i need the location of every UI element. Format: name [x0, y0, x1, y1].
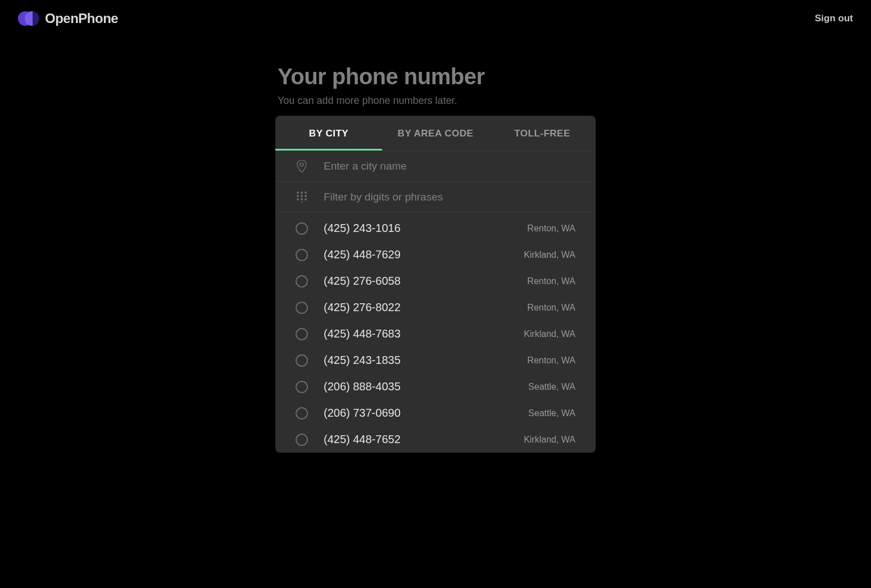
location-label: Renton, WA: [527, 303, 575, 313]
tab-toll-free[interactable]: TOLL-FREE: [489, 116, 596, 151]
svg-point-8: [305, 198, 307, 200]
location-label: Seattle, WA: [528, 408, 575, 418]
phone-number-label: (425) 276-6058: [324, 275, 527, 288]
city-input[interactable]: [324, 160, 575, 172]
tab-by-area-code[interactable]: BY AREA CODE: [382, 116, 489, 151]
svg-point-3: [297, 195, 299, 197]
radio-icon: [296, 328, 308, 340]
radio-icon: [296, 434, 308, 446]
location-label: Renton, WA: [527, 224, 575, 234]
svg-point-4: [301, 195, 303, 197]
phone-number-label: (425) 243-1835: [324, 354, 527, 367]
phone-number-label: (425) 448-7629: [324, 248, 524, 261]
filter-input-row: [275, 182, 596, 213]
number-option[interactable]: (425) 448-7629 Kirkland, WA: [275, 241, 596, 268]
number-picker-card: BY CITY BY AREA CODE TOLL-FREE: [275, 116, 596, 453]
number-option[interactable]: (425) 448-7652 Kirkland, WA: [275, 426, 596, 453]
svg-point-7: [301, 198, 303, 200]
location-label: Kirkland, WA: [524, 250, 575, 260]
number-option[interactable]: (425) 243-1016 Renton, WA: [275, 215, 596, 241]
radio-icon: [296, 222, 308, 235]
radio-icon: [296, 275, 308, 288]
svg-point-6: [297, 198, 299, 200]
number-list: (425) 243-1016 Renton, WA (425) 448-7629…: [275, 213, 596, 453]
logo-icon: [18, 10, 39, 27]
number-option[interactable]: (425) 448-7683 Kirkland, WA: [275, 321, 596, 347]
number-option[interactable]: (206) 737-0690 Seattle, WA: [275, 400, 596, 426]
phone-number-label: (425) 276-8022: [324, 301, 527, 314]
radio-icon: [296, 381, 308, 393]
radio-icon: [296, 249, 308, 261]
logo[interactable]: OpenPhone: [18, 10, 118, 27]
svg-point-0: [297, 192, 299, 194]
page-title: Your phone number: [278, 64, 596, 89]
svg-point-9: [301, 202, 303, 203]
location-pin-icon: [296, 160, 308, 172]
svg-point-5: [305, 195, 307, 197]
main-content: Your phone number You can add more phone…: [275, 64, 596, 453]
number-option[interactable]: (425) 276-8022 Renton, WA: [275, 294, 596, 321]
location-label: Seattle, WA: [528, 382, 575, 392]
brand-name: OpenPhone: [45, 11, 118, 26]
location-label: Kirkland, WA: [524, 435, 575, 445]
radio-icon: [296, 302, 308, 314]
phone-number-label: (425) 448-7683: [324, 327, 524, 340]
location-label: Renton, WA: [527, 276, 575, 286]
phone-number-label: (425) 243-1016: [324, 222, 527, 235]
tab-by-city[interactable]: BY CITY: [275, 116, 382, 151]
location-label: Kirkland, WA: [524, 329, 575, 339]
radio-icon: [296, 354, 308, 367]
phone-number-label: (206) 737-0690: [324, 407, 528, 420]
number-option[interactable]: (206) 888-4035 Seattle, WA: [275, 373, 596, 400]
city-input-row: [275, 151, 596, 182]
location-label: Renton, WA: [527, 355, 575, 366]
number-option[interactable]: (425) 243-1835 Renton, WA: [275, 347, 596, 373]
page-subtitle: You can add more phone numbers later.: [278, 95, 596, 107]
phone-number-label: (425) 448-7652: [324, 433, 524, 446]
dialpad-icon: [296, 191, 308, 203]
svg-point-1: [301, 192, 303, 194]
filter-input[interactable]: [324, 191, 575, 203]
number-option[interactable]: (425) 276-6058 Renton, WA: [275, 268, 596, 294]
sign-out-link[interactable]: Sign out: [815, 13, 853, 24]
tabs: BY CITY BY AREA CODE TOLL-FREE: [275, 116, 596, 151]
header: OpenPhone Sign out: [0, 0, 871, 37]
phone-number-label: (206) 888-4035: [324, 380, 528, 393]
radio-icon: [296, 407, 308, 420]
svg-point-2: [305, 192, 307, 194]
